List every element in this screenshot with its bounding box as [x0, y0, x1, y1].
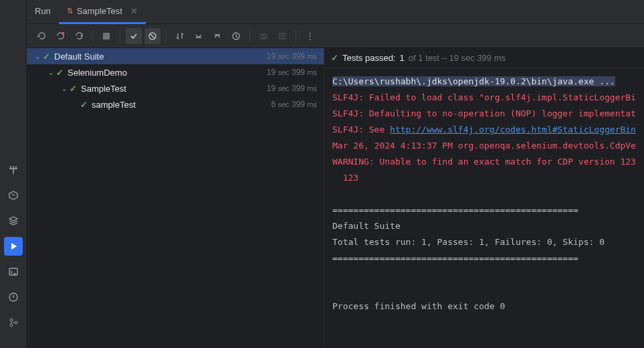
- sample-test-tab[interactable]: ⇅ SampleTest ✕: [59, 0, 146, 24]
- console-line: ========================================…: [332, 253, 578, 263]
- show-ignored-icon[interactable]: [144, 28, 160, 44]
- console-line: Mar 26, 2024 4:13:37 PM org.openqa.selen…: [332, 141, 636, 151]
- tree-node[interactable]: ⌄ ✓ SampleTest 19 sec 399 ms: [27, 80, 324, 96]
- pass-icon: ✓: [80, 100, 88, 110]
- services-icon[interactable]: [4, 186, 23, 205]
- rerun-failed-icon[interactable]: [52, 28, 68, 44]
- pass-icon: ✓: [331, 53, 338, 63]
- main-panel: Run ⇅ SampleTest ✕ ⋮ ⌄ ✓ Default: [27, 0, 644, 348]
- pass-icon: ✓: [56, 68, 64, 78]
- close-icon[interactable]: ✕: [130, 6, 138, 16]
- sort-icon[interactable]: [172, 28, 188, 44]
- tree-node-suite[interactable]: ⌄ ✓ Default Suite 19 sec 399 ms: [27, 48, 324, 64]
- screenshot-icon[interactable]: [255, 28, 272, 44]
- toggle-auto-test-icon[interactable]: [71, 28, 87, 44]
- run-tab[interactable]: Run: [27, 0, 59, 24]
- run-tabs: Run ⇅ SampleTest ✕: [27, 0, 644, 24]
- timing: 19 sec 399 ms: [267, 52, 317, 61]
- chevron-down-icon[interactable]: ⌄: [45, 69, 56, 76]
- tree-label: SampleTest: [81, 84, 267, 94]
- status-label: Tests passed:: [342, 53, 396, 63]
- console-line: 123: [332, 173, 358, 183]
- show-passed-icon[interactable]: [126, 28, 142, 44]
- expand-all-icon[interactable]: [191, 28, 207, 44]
- status-count: 1: [400, 53, 405, 63]
- tool-rail: [0, 0, 27, 348]
- timing: 6 sec 399 ms: [271, 100, 317, 109]
- test-tree: ⌄ ✓ Default Suite 19 sec 399 ms ⌄ ✓ Sele…: [27, 48, 324, 348]
- tree-label: sampleTest: [92, 100, 271, 110]
- tab-label: SampleTest: [77, 6, 122, 16]
- export-icon[interactable]: [274, 28, 290, 44]
- svg-point-3: [10, 324, 13, 327]
- console-link[interactable]: http://www.slf4j.org/codes.html#StaticLo…: [390, 124, 636, 135]
- timing: 19 sec 399 ms: [267, 68, 317, 77]
- svg-point-4: [15, 321, 17, 324]
- svg-rect-6: [103, 33, 110, 39]
- tree-node[interactable]: ⌄ ✓ SeleniumDemo 19 sec 399 ms: [27, 64, 324, 80]
- tree-leaf[interactable]: ✓ sampleTest 6 sec 399 ms: [27, 96, 324, 112]
- console-line: SLF4J: Failed to load class "org.slf4j.i…: [332, 92, 636, 102]
- problems-icon[interactable]: [4, 288, 23, 307]
- console-line: ========================================…: [332, 205, 578, 215]
- run-tool-icon[interactable]: [4, 237, 23, 256]
- stop-icon[interactable]: [98, 28, 114, 44]
- rerun-icon[interactable]: [33, 28, 49, 44]
- console-output[interactable]: C:\Users\rushabh\.jdks\openjdk-19.0.2\bi…: [324, 68, 644, 348]
- status-detail: of 1 test – 19 sec 399 ms: [409, 53, 506, 63]
- test-status-bar: ✓ Tests passed: 1 of 1 test – 19 sec 399…: [324, 48, 644, 68]
- collapse-all-icon[interactable]: [209, 28, 225, 44]
- console-line: WARNING: Unable to find an exact match f…: [332, 157, 636, 167]
- test-config-icon: ⇅: [67, 7, 73, 15]
- terminal-icon[interactable]: [4, 262, 23, 281]
- more-icon[interactable]: ⋮: [302, 28, 318, 44]
- console-line: SLF4J: See http://www.slf4j.org/codes.ht…: [332, 124, 636, 135]
- pass-icon: ✓: [43, 52, 50, 62]
- console-line: SLF4J: Defaulting to no-operation (NOP) …: [332, 108, 636, 118]
- svg-point-10: [262, 35, 265, 37]
- tree-label: SeleniumDemo: [68, 68, 267, 78]
- console-line: Default Suite: [332, 221, 401, 231]
- run-toolbar: ⋮: [27, 24, 644, 48]
- svg-point-5: [62, 32, 64, 35]
- git-icon[interactable]: [4, 313, 23, 332]
- pass-icon: ✓: [70, 84, 77, 94]
- svg-point-2: [10, 319, 13, 321]
- chevron-down-icon[interactable]: ⌄: [59, 85, 70, 92]
- layers-icon[interactable]: [4, 211, 23, 230]
- console-line: Process finished with exit code 0: [332, 301, 505, 311]
- timing: 19 sec 399 ms: [267, 84, 317, 93]
- console-line: C:\Users\rushabh\.jdks\openjdk-19.0.2\bi…: [332, 76, 615, 86]
- history-icon[interactable]: [228, 28, 244, 44]
- chevron-down-icon[interactable]: ⌄: [32, 53, 43, 60]
- tree-label: Default Suite: [54, 52, 267, 62]
- structure-icon[interactable]: [4, 161, 23, 179]
- console-line: Total tests run: 1, Passes: 1, Failures:…: [332, 237, 605, 247]
